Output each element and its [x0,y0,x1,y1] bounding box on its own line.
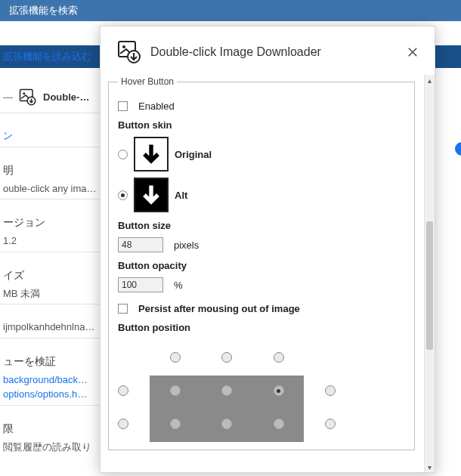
hover-button-fieldset: Hover Button Enabled Button skin Origina… [108,76,415,450]
skin-alt-preview [134,178,169,212]
opacity-unit: % [174,280,183,291]
persist-label: Persist after mousing out of image [138,303,300,314]
modal-body: Hover Button Enabled Button skin Origina… [101,75,424,472]
pos-2-2[interactable] [221,419,232,429]
enabled-checkbox[interactable] [118,101,128,111]
skin-label: Button skin [118,119,405,131]
scrollbar[interactable]: ▴ ▾ [424,75,435,472]
size-label: Button size [118,220,405,231]
size-input[interactable] [118,237,163,252]
modal-header: Double-click Image Downloader [101,26,435,75]
svg-point-4 [122,45,125,48]
pos-2-1[interactable] [170,419,181,429]
search-bar: 拡張機能を検索 [0,0,461,21]
position-grid [118,341,336,440]
position-label: Button position [118,322,405,333]
close-button[interactable] [406,45,419,59]
persist-checkbox[interactable] [118,304,128,314]
modal-title: Double-click Image Downloader [150,45,397,59]
skin-alt-label: Alt [175,190,187,201]
pos-1-4[interactable] [325,385,336,396]
pos-1-1[interactable] [170,385,181,396]
toggle-label[interactable]: ン [3,130,13,141]
scroll-down-button[interactable]: ▾ [425,462,435,472]
fieldset-legend: Hover Button [118,76,177,87]
pos-0-1[interactable] [170,352,181,363]
pos-2-4[interactable] [325,419,336,429]
load-extension-link[interactable]: 拡張機能を読み込む [3,50,91,63]
extension-icon [19,88,37,107]
size-unit: pixels [174,240,199,251]
search-placeholder[interactable]: 拡張機能を検索 [9,4,78,17]
scroll-track[interactable] [425,85,435,462]
skin-original-label: Original [175,149,212,160]
skin-alt-radio[interactable] [118,190,128,200]
skin-original-radio[interactable] [118,150,128,159]
pos-2-3[interactable] [274,419,284,429]
pos-2-0[interactable] [118,419,128,429]
svg-point-1 [23,92,25,94]
opacity-label: Button opacity [118,260,405,271]
enabled-label: Enabled [138,100,175,112]
skin-original-preview [134,137,169,172]
pos-0-2[interactable] [221,352,232,363]
pos-1-2[interactable] [221,385,232,396]
options-modal: Double-click Image Downloader Hover Butt… [100,26,435,473]
pos-1-0[interactable] [118,385,128,396]
pos-1-3[interactable] [274,385,284,396]
opacity-input[interactable] [118,277,163,292]
scroll-thumb[interactable] [426,221,433,350]
extension-name: Double-… [43,90,89,105]
modal-icon [117,40,141,64]
scroll-up-button[interactable]: ▴ [425,75,435,85]
pos-0-3[interactable] [274,352,284,363]
toggle-thumb[interactable] [455,142,461,156]
